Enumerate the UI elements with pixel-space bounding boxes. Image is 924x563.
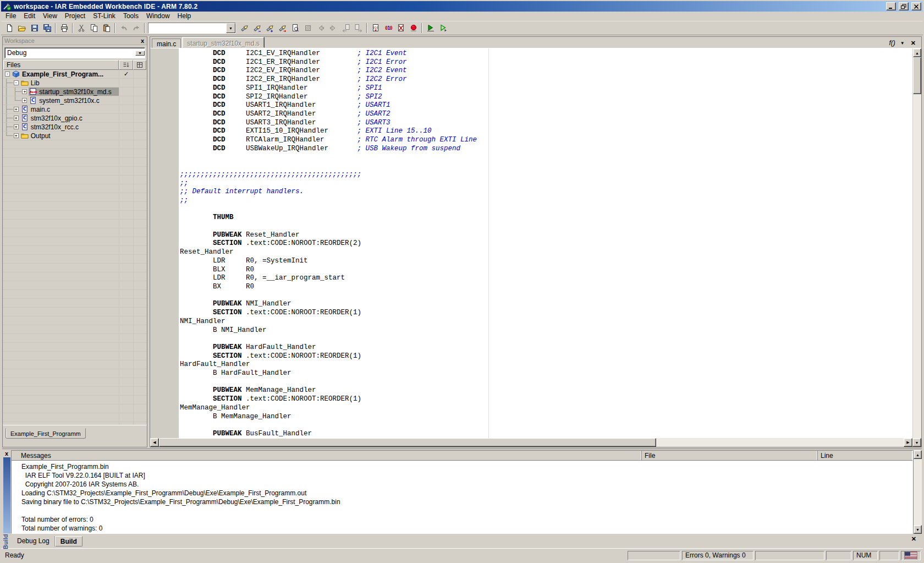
- editor-window: main.cstartup_stm32f10x_md.s f() ▼ ✕ DCD…: [150, 36, 922, 447]
- breakpoint-gutter[interactable]: [150, 48, 179, 438]
- editor-horizontal-scrollbar[interactable]: ◀ ▶ ▼: [150, 438, 921, 447]
- make-button[interactable]: 010: [369, 22, 382, 34]
- build-message: Loading C:\STM32_Projects\Example_First_…: [21, 489, 912, 498]
- toolbar: ▼010010: [1, 21, 923, 35]
- messages-vertical-scrollbar[interactable]: ▲ ▼: [913, 450, 922, 534]
- collapse-icon[interactable]: -: [14, 80, 19, 85]
- new-file-button[interactable]: [3, 22, 15, 34]
- restore-button[interactable]: [899, 2, 909, 10]
- tree-item-system-stm32f10x-c[interactable]: │ └─+Csystem_stm32f10x.c: [3, 96, 146, 105]
- messages-scroll-up-icon[interactable]: ▲: [914, 450, 922, 459]
- collapse-icon[interactable]: -: [5, 72, 10, 76]
- editor-vertical-scrollbar[interactable]: ▲: [912, 48, 921, 438]
- find-input[interactable]: [148, 23, 226, 33]
- replace-button[interactable]: [276, 22, 289, 34]
- workspace-project-tab[interactable]: Example_First_Programm: [6, 428, 86, 439]
- function-selector[interactable]: f(): [889, 39, 895, 47]
- find-dropdown-arrow-icon[interactable]: ▼: [226, 23, 235, 33]
- stop-build-icon: [397, 24, 405, 32]
- output-column-cell: [133, 114, 146, 122]
- horizontal-scroll-thumb[interactable]: [159, 438, 656, 447]
- scroll-right-icon[interactable]: ▶: [904, 438, 912, 447]
- minimize-button[interactable]: [886, 2, 896, 10]
- previous-item-button[interactable]: [339, 22, 352, 34]
- menu-view[interactable]: View: [39, 11, 61, 21]
- save-all-button[interactable]: [41, 22, 53, 34]
- tree-item-main-c[interactable]: ├─+Cmain.c: [3, 105, 146, 114]
- line-column-header[interactable]: Line: [818, 451, 912, 460]
- menu-project[interactable]: Project: [61, 11, 89, 21]
- cut-button[interactable]: [75, 22, 87, 34]
- bookmark-button[interactable]: [301, 22, 314, 34]
- function-dropdown-icon[interactable]: ▼: [900, 41, 905, 46]
- navigate-forward-button[interactable]: [327, 22, 339, 34]
- configuration-dropdown-arrow-icon[interactable]: ▼: [135, 51, 145, 56]
- expand-icon[interactable]: +: [22, 89, 27, 94]
- undo-button[interactable]: [117, 22, 130, 34]
- tree-item-stm32f10x-gpio-c[interactable]: ├─+Cstm32f10x_gpio.c: [3, 114, 146, 123]
- messages-column-header[interactable]: Messages: [12, 451, 642, 460]
- editor-tab-main-c[interactable]: main.c: [152, 39, 181, 48]
- dock-gradient[interactable]: [3, 457, 10, 533]
- menu-tools[interactable]: Tools: [119, 11, 142, 21]
- scroll-up-icon[interactable]: ▲: [913, 48, 921, 57]
- tree-item-lib[interactable]: ├─-Lib: [3, 79, 146, 88]
- expand-icon[interactable]: +: [14, 124, 19, 129]
- messages-scroll-down-icon[interactable]: ▼: [914, 525, 922, 534]
- tree-empty-row: [3, 396, 146, 405]
- scroll-down-icon[interactable]: ▼: [912, 438, 921, 447]
- tree-item-example-first-program-[interactable]: -Example_First_Program...✓: [3, 70, 146, 79]
- output-tab-build[interactable]: Build: [55, 536, 82, 546]
- tree-item-output[interactable]: └─+Output: [3, 132, 146, 140]
- tree-empty-row: [3, 308, 146, 316]
- scroll-left-icon[interactable]: ◀: [150, 438, 159, 447]
- tree-empty-row: [3, 387, 146, 396]
- output-column-cell: [133, 96, 146, 105]
- find-combobox[interactable]: ▼: [148, 23, 236, 34]
- copy-button[interactable]: [87, 22, 100, 34]
- expand-icon[interactable]: +: [22, 98, 27, 103]
- expand-icon[interactable]: +: [14, 107, 19, 112]
- editor-close-icon[interactable]: ✕: [910, 40, 917, 46]
- menu-file[interactable]: File: [2, 11, 20, 21]
- menu-window[interactable]: Window: [142, 11, 174, 21]
- goto-line-button[interactable]: [289, 22, 301, 34]
- stop-build-button[interactable]: [394, 22, 407, 34]
- save-button[interactable]: [28, 22, 41, 34]
- expand-icon[interactable]: +: [14, 116, 19, 121]
- debug-without-downloading-button[interactable]: [437, 22, 449, 34]
- files-header-label[interactable]: Files: [3, 60, 119, 70]
- menu-help[interactable]: Help: [174, 11, 195, 21]
- close-button[interactable]: [911, 2, 921, 10]
- paste-button[interactable]: [100, 22, 113, 34]
- output-tab-debug-log[interactable]: Debug Log: [12, 536, 55, 546]
- find-button[interactable]: [238, 22, 251, 34]
- expand-icon[interactable]: +: [14, 133, 19, 138]
- build-panel-close-icon[interactable]: x: [4, 451, 9, 456]
- navigate-back-button[interactable]: [314, 22, 327, 34]
- output-panel-close-icon[interactable]: ✕: [910, 536, 917, 542]
- download-and-debug-button[interactable]: [424, 22, 437, 34]
- redo-button[interactable]: [130, 22, 142, 34]
- vertical-scroll-thumb[interactable]: [913, 57, 921, 94]
- compile-button[interactable]: 010: [382, 22, 394, 34]
- options-column-icon[interactable]: [119, 60, 133, 70]
- find-next-button[interactable]: [251, 22, 263, 34]
- code-line: SECTION .text:CODE:NOROOT:REORDER(1): [180, 395, 912, 404]
- file-column-header[interactable]: File: [642, 451, 818, 460]
- menu-edit[interactable]: Edit: [20, 11, 39, 21]
- editor-tab-startup-stm32f10x-md-s[interactable]: startup_stm32f10x_md.s: [182, 37, 264, 48]
- configuration-dropdown[interactable]: Debug ▼: [4, 47, 145, 58]
- toggle-breakpoint-button[interactable]: [407, 22, 420, 34]
- next-item-button[interactable]: [352, 22, 365, 34]
- code-editor[interactable]: DCD I2C1_EV_IRQHandler ; I2C1 Event DCD …: [179, 48, 912, 438]
- find-in-files-button[interactable]: [263, 22, 276, 34]
- output-column-icon[interactable]: [133, 60, 146, 70]
- save-icon: [30, 24, 39, 32]
- print-button[interactable]: [58, 22, 70, 34]
- tree-item-stm32f10x-rcc-c[interactable]: ├─+Cstm32f10x_rcc.c: [3, 123, 146, 132]
- workspace-close-icon[interactable]: x: [140, 38, 145, 43]
- menu-st-link[interactable]: ST-Link: [89, 11, 119, 21]
- open-file-button[interactable]: [15, 22, 28, 34]
- tree-item-startup-stm32f10x-md-s[interactable]: │ ├─+Asmstartup_stm32f10x_md.s: [3, 88, 146, 96]
